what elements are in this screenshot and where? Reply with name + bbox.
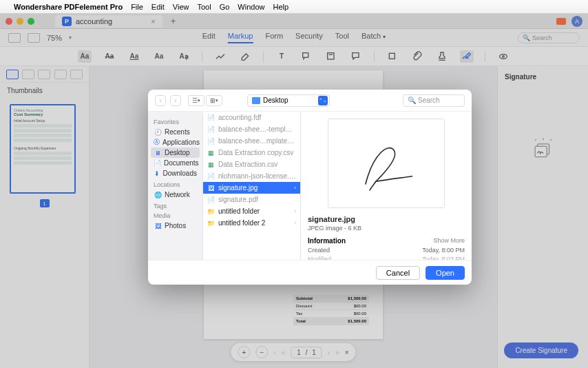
folder-icon: 📁 xyxy=(207,219,215,227)
open-button[interactable]: Open xyxy=(426,266,465,280)
preview-filename: signature.jpg xyxy=(308,215,465,223)
file-item-selected[interactable]: 🖼signature.jpg› xyxy=(203,182,300,194)
nav-back-button[interactable]: ‹ xyxy=(155,95,166,106)
dialog-search-input[interactable]: 🔍 Search xyxy=(403,94,465,107)
folder-icon xyxy=(252,97,260,104)
file-list: 📄accounting.fdf 📄balance-shee…-template.… xyxy=(203,112,301,260)
folder-item[interactable]: 📁untitled folder› xyxy=(203,205,300,217)
file-item[interactable]: 📄balance-shee…-template.fdf xyxy=(203,123,300,135)
preview-image xyxy=(328,119,445,208)
pdf-icon: 📄 xyxy=(207,196,215,203)
file-item[interactable]: 📄nlohmann-json-license.txt xyxy=(203,170,300,182)
menu-file[interactable]: File xyxy=(131,3,143,11)
sidebar-photos[interactable]: 🖼Photos xyxy=(151,221,200,231)
dialog-search-placeholder: Search xyxy=(418,96,440,104)
dialog-sidebar: Favorites 🕘Recents ⒶApplications 🖥Deskto… xyxy=(148,112,203,260)
csv-icon: ▦ xyxy=(207,161,215,168)
file-item[interactable]: 📄signature.pdf xyxy=(203,194,300,205)
menu-window[interactable]: Window xyxy=(238,3,264,11)
image-icon: 🖼 xyxy=(207,184,215,192)
folder-icon: 📁 xyxy=(207,207,215,215)
menu-edit[interactable]: Edit xyxy=(151,3,165,11)
modified-label: Modified xyxy=(308,256,331,260)
location-stepper-icon: ⌃⌄ xyxy=(318,96,328,105)
location-label: Desktop xyxy=(263,96,288,104)
sidebar-documents[interactable]: 📄Documents xyxy=(151,158,200,168)
dialog-toolbar: ‹ › ☰ ▾ ⊞ ▾ Desktop ⌃⌄ 🔍 Search xyxy=(148,90,472,112)
app-name[interactable]: Wondershare PDFelement Pro xyxy=(14,3,123,11)
macos-menubar: Wondershare PDFelement Pro File Edit Vie… xyxy=(0,0,588,14)
location-popup[interactable]: Desktop ⌃⌄ xyxy=(247,94,330,107)
txt-icon: 📄 xyxy=(207,172,215,180)
file-preview-pane: signature.jpg JPEG image - 6 KB Informat… xyxy=(301,112,472,260)
file-icon: 📄 xyxy=(207,114,215,121)
nav-forward-button[interactable]: › xyxy=(170,95,181,106)
network-icon: 🌐 xyxy=(154,191,162,198)
file-item[interactable]: ▦Data Extraction.csv xyxy=(203,159,300,170)
show-more-link[interactable]: Show More xyxy=(433,237,465,245)
chevron-right-icon: › xyxy=(294,208,296,214)
dialog-footer: Cancel Open xyxy=(148,260,472,285)
cancel-button[interactable]: Cancel xyxy=(376,266,420,280)
sidebar-network[interactable]: 🌐Network xyxy=(151,190,200,200)
search-icon: 🔍 xyxy=(408,96,416,104)
desktop-icon: 🖥 xyxy=(154,149,162,156)
file-item[interactable]: ▦Data Extraction copy.csv xyxy=(203,147,300,159)
chevron-right-icon: › xyxy=(294,185,296,191)
documents-icon: 📄 xyxy=(154,159,161,167)
file-icon: 📄 xyxy=(207,137,215,145)
created-value: Today, 8:00 PM xyxy=(422,247,465,254)
sidebar-locations-header: Locations xyxy=(154,181,197,188)
menu-view[interactable]: View xyxy=(173,3,189,11)
created-label: Created xyxy=(308,247,330,254)
chevron-right-icon: › xyxy=(294,220,296,226)
menu-tool[interactable]: Tool xyxy=(197,3,211,11)
menu-help[interactable]: Help xyxy=(273,3,288,11)
downloads-icon: ⬇ xyxy=(154,170,160,177)
menu-go[interactable]: Go xyxy=(220,3,230,11)
folder-item[interactable]: 📁untitled folder 2› xyxy=(203,217,300,229)
open-file-dialog: ‹ › ☰ ▾ ⊞ ▾ Desktop ⌃⌄ 🔍 Search Favorite… xyxy=(148,90,472,285)
file-icon: 📄 xyxy=(207,125,215,133)
info-label: Information xyxy=(308,237,346,245)
clock-icon: 🕘 xyxy=(154,128,162,136)
modified-value: Today, 8:03 PM xyxy=(422,256,465,260)
view-list-button[interactable]: ⊞ ▾ xyxy=(206,95,222,106)
sidebar-tags-header: Tags xyxy=(154,203,197,209)
csv-icon: ▦ xyxy=(207,149,215,156)
sidebar-applications[interactable]: ⒶApplications xyxy=(151,137,200,147)
sidebar-media-header: Media xyxy=(154,212,197,219)
sidebar-recents[interactable]: 🕘Recents xyxy=(151,127,200,137)
sidebar-desktop[interactable]: 🖥Desktop xyxy=(151,147,200,158)
preview-subtitle: JPEG image - 6 KB xyxy=(308,225,465,232)
sidebar-favorites-header: Favorites xyxy=(154,119,197,125)
apps-icon: Ⓐ xyxy=(154,139,160,146)
photos-icon: 🖼 xyxy=(154,222,162,229)
view-icons-button[interactable]: ☰ ▾ xyxy=(188,95,204,106)
sidebar-downloads[interactable]: ⬇Downloads xyxy=(151,168,200,178)
file-item[interactable]: 📄balance-shee…mplate-1-1.fdf xyxy=(203,135,300,147)
file-item[interactable]: 📄accounting.fdf xyxy=(203,112,300,123)
